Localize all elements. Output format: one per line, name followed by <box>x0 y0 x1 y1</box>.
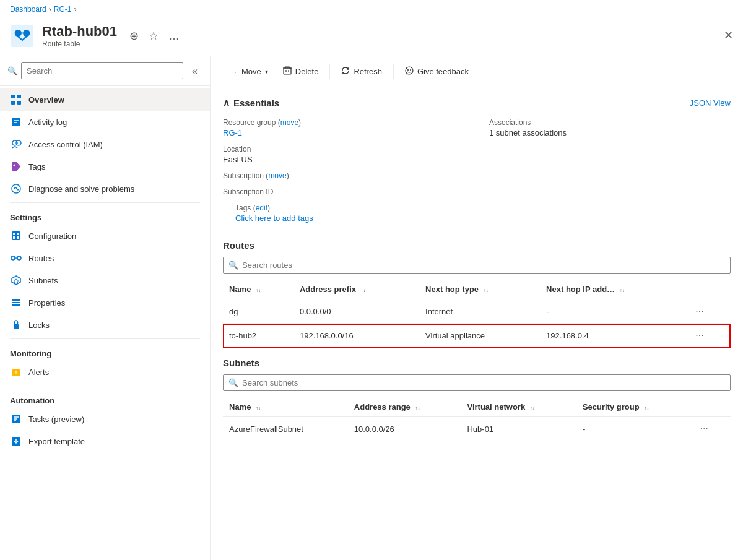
breadcrumb-dashboard[interactable]: Dashboard <box>10 5 46 14</box>
sidebar-item-label: Properties <box>28 298 65 308</box>
sidebar-item-access-control[interactable]: Access control (IAM) <box>0 133 210 155</box>
svg-rect-23 <box>12 299 20 301</box>
sidebar-item-routes[interactable]: Routes <box>0 247 210 269</box>
move-icon: → <box>229 67 238 77</box>
sidebar-item-overview[interactable]: Overview <box>0 88 210 111</box>
sidebar-item-label: Subnets <box>28 276 58 285</box>
settings-section-header: Settings <box>0 205 210 225</box>
delete-button[interactable]: Delete <box>277 62 325 80</box>
search-input[interactable] <box>21 62 183 79</box>
json-view-link[interactable]: JSON View <box>690 98 731 108</box>
sidebar-item-subnets[interactable]: Subnets <box>0 269 210 291</box>
search-routes-input[interactable] <box>242 261 725 270</box>
col-address-range[interactable]: Address range ↑↓ <box>348 397 461 417</box>
col-security-group[interactable]: Security group ↑↓ <box>576 397 690 417</box>
sidebar-item-label: Alerts <box>28 368 49 377</box>
sidebar-item-locks[interactable]: Locks <box>0 314 210 336</box>
main-layout: 🔍 « Overview Activity log <box>0 56 743 560</box>
pin-button[interactable]: ⊕ <box>127 27 141 45</box>
subscription-item: Subscription (move) <box>223 171 464 180</box>
route-more-button[interactable]: ··· <box>692 304 707 318</box>
search-subnets-box: 🔍 <box>223 374 731 391</box>
svg-point-13 <box>14 165 15 166</box>
svg-point-40 <box>410 69 411 71</box>
svg-point-12 <box>16 140 21 145</box>
refresh-button[interactable]: Refresh <box>335 62 388 80</box>
more-options-button[interactable]: … <box>166 27 182 45</box>
svg-point-21 <box>17 256 21 260</box>
sidebar-item-label: Locks <box>28 321 50 330</box>
tasks-icon <box>10 413 22 425</box>
edit-tags-link[interactable]: edit <box>256 204 267 212</box>
rg-value-link[interactable]: RG-1 <box>223 128 242 137</box>
col-name[interactable]: Name ↑↓ <box>223 280 293 299</box>
page-header: Rtab-hub01 Route table ⊕ ☆ … ✕ <box>0 19 743 56</box>
resource-title-group: Rtab-hub01 Route table <box>42 24 117 48</box>
routes-table: Name ↑↓ Address prefix ↑↓ Next hop type … <box>223 280 731 348</box>
subnets-icon <box>10 274 22 286</box>
breadcrumb-rg1[interactable]: RG-1 <box>54 5 72 14</box>
sidebar-item-tasks[interactable]: Tasks (preview) <box>0 408 210 430</box>
subscription-id-item: Subscription ID <box>223 187 464 196</box>
sidebar-item-label: Overview <box>28 95 64 105</box>
sidebar-item-label: Diagnose and solve problems <box>28 184 134 194</box>
collapse-sidebar-button[interactable]: « <box>187 63 202 79</box>
tag-icon <box>10 160 22 173</box>
close-button[interactable]: ✕ <box>724 28 733 42</box>
table-row[interactable]: AzureFirewallSubnet 10.0.0.0/26 Hub-01 -… <box>223 417 731 441</box>
toolbar: → Move ▾ Delete Refresh <box>211 56 743 87</box>
col-actions-header <box>685 280 731 299</box>
sidebar-item-properties[interactable]: Properties <box>0 291 210 314</box>
sidebar-item-diagnose[interactable]: Diagnose and solve problems <box>0 178 210 200</box>
overview-icon <box>10 93 22 106</box>
route-name: to-hub2 <box>223 324 293 348</box>
essentials-title: ∧ Essentials <box>223 97 279 108</box>
col-subnet-name[interactable]: Name ↑↓ <box>223 397 348 417</box>
svg-rect-24 <box>12 302 20 303</box>
alerts-icon: ! <box>10 366 22 378</box>
sidebar-item-tags[interactable]: Tags <box>0 155 210 178</box>
subnet-name: AzureFirewallSubnet <box>223 417 348 441</box>
svg-rect-26 <box>14 324 19 329</box>
routes-section: Routes 🔍 Name ↑↓ Address prefix ↑↓ <box>211 240 743 358</box>
sidebar-divider-monitoring <box>10 338 200 339</box>
move-button[interactable]: → Move ▾ <box>223 63 274 80</box>
col-address-prefix[interactable]: Address prefix ↑↓ <box>293 280 419 299</box>
move-sub-link[interactable]: move <box>268 171 286 180</box>
sidebar-item-activity-log[interactable]: Activity log <box>0 111 210 133</box>
table-row[interactable]: to-hub2 192.168.0.0/16 Virtual appliance… <box>223 324 731 348</box>
sidebar-item-label: Routes <box>28 254 54 263</box>
sidebar-item-label: Export template <box>28 437 85 446</box>
resource-icon <box>10 24 35 48</box>
resource-name: Rtab-hub01 <box>42 24 117 40</box>
tags-section: Tags (edit) Click here to add tags <box>223 204 731 230</box>
sort-range-icon: ↑↓ <box>415 406 420 411</box>
content-area: → Move ▾ Delete Refresh <box>211 56 743 560</box>
subnets-section-title: Subnets <box>223 358 731 368</box>
svg-rect-18 <box>17 233 19 235</box>
essentials-header: ∧ Essentials JSON View <box>223 97 731 108</box>
svg-point-38 <box>406 67 413 74</box>
search-subnets-input[interactable] <box>242 378 725 387</box>
move-rg-link[interactable]: move <box>280 118 298 127</box>
export-icon <box>10 435 22 447</box>
sidebar-item-label: Activity log <box>28 118 67 127</box>
favorite-button[interactable]: ☆ <box>146 27 161 45</box>
subnet-more-button[interactable]: ··· <box>697 422 712 436</box>
sidebar-item-export[interactable]: Export template <box>0 430 210 452</box>
routes-icon <box>10 252 22 264</box>
diagnose-icon <box>10 183 22 195</box>
col-virtual-network[interactable]: Virtual network ↑↓ <box>461 397 576 417</box>
col-next-hop-ip[interactable]: Next hop IP add… ↑↓ <box>540 280 685 299</box>
routes-table-header: Name ↑↓ Address prefix ↑↓ Next hop type … <box>223 280 731 299</box>
table-row[interactable]: dg 0.0.0.0/0 Internet - ··· <box>223 299 731 324</box>
sidebar-item-alerts[interactable]: ! Alerts <box>0 361 210 383</box>
activity-icon <box>10 116 22 128</box>
route-next-hop-ip: 192.168.0.4 <box>540 324 685 348</box>
sidebar-item-configuration[interactable]: Configuration <box>0 225 210 247</box>
add-tags-link[interactable]: Click here to add tags <box>235 213 313 223</box>
route-more-button[interactable]: ··· <box>692 329 707 342</box>
feedback-button[interactable]: Give feedback <box>399 62 475 80</box>
sort-subnet-name-icon: ↑↓ <box>256 406 261 411</box>
col-next-hop-type[interactable]: Next hop type ↑↓ <box>419 280 540 299</box>
